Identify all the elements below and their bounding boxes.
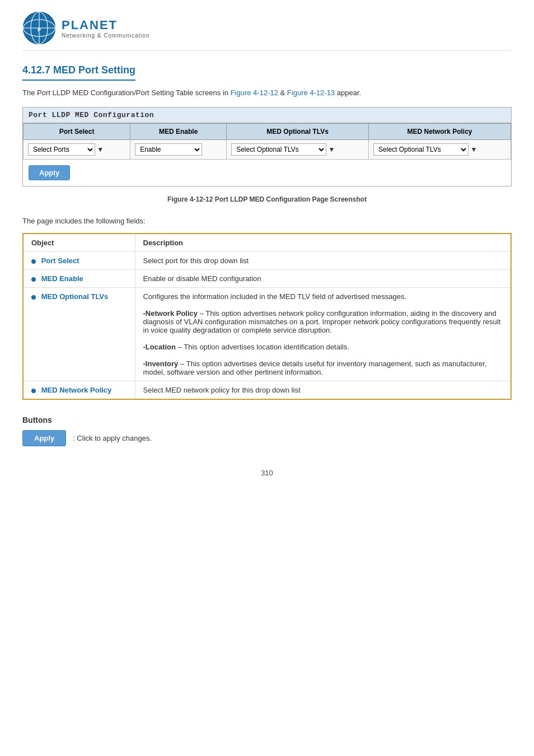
object-med-network-policy: MED Network Policy — [23, 381, 135, 400]
buttons-section: Buttons Apply : Click to apply changes. — [22, 416, 512, 446]
col-port-select: Port Select — [24, 124, 130, 140]
table-row: MED Enable Enable or disable MED configu… — [23, 270, 511, 288]
desc-med-enable: Enable or disable MED configuration — [135, 270, 511, 288]
med-optional-tlvs-cell: Select Optional TLVs ▼ — [227, 140, 369, 160]
page-number: 310 — [22, 469, 512, 477]
desc-med-network-policy: Select MED network policy for this drop … — [135, 381, 511, 400]
desc-col-description: Description — [135, 234, 511, 252]
buttons-row: Apply : Click to apply changes. — [22, 430, 512, 446]
med-enable-dropdown[interactable]: Enable Disable — [135, 143, 202, 156]
med-network-policy-cell: Select Optional TLVs ▼ — [369, 140, 511, 160]
table-row: MED Optional TLVs Configures the informa… — [23, 288, 511, 381]
col-med-enable: MED Enable — [130, 124, 227, 140]
config-table: Port Select MED Enable MED Optional TLVs… — [23, 123, 511, 160]
config-panel-header: Port LLDP MED Configuration — [23, 108, 511, 123]
buttons-title: Buttons — [22, 416, 512, 424]
table-row: MED Network Policy Select MED network po… — [23, 381, 511, 400]
page-header: P PLANET Networking & Communication — [22, 11, 512, 51]
med-network-policy-dropdown[interactable]: Select Optional TLVs — [373, 143, 469, 156]
intro-paragraph: The Port LLDP MED Configuration/Port Set… — [22, 88, 512, 97]
config-apply-row: Apply — [23, 160, 511, 186]
logo-box: P PLANET Networking & Communication — [22, 11, 150, 45]
port-select-dropdown[interactable]: Select Ports — [28, 143, 95, 156]
figure-caption: Figure 4-12-12 Port LLDP MED Configurati… — [22, 195, 512, 203]
col-med-network-policy: MED Network Policy — [369, 124, 511, 140]
desc-port-select: Select port for this drop down list — [135, 252, 511, 270]
svg-text:P: P — [38, 27, 41, 32]
bullet-icon — [31, 277, 36, 282]
apply-button-description: : Click to apply changes. — [73, 434, 152, 442]
desc-col-object: Object — [23, 234, 135, 252]
logo-name: PLANET — [62, 18, 150, 32]
logo-subtitle: Networking & Communication — [62, 32, 150, 39]
logo-text-block: PLANET Networking & Communication — [62, 18, 150, 39]
table-row: Port Select Select port for this drop do… — [23, 252, 511, 270]
bullet-icon — [31, 389, 36, 393]
figure-link-1[interactable]: Figure 4-12-12 — [231, 88, 278, 97]
description-table: Object Description Port Select Select po… — [22, 233, 512, 400]
bullet-icon — [31, 295, 36, 300]
config-row: Select Ports ▼ Enable Disable Select Opt… — [24, 140, 511, 160]
page-title: 4.12.7 MED Port Setting — [22, 64, 135, 81]
figure-link-2[interactable]: Figure 4-12-13 — [287, 88, 335, 97]
object-port-select: Port Select — [23, 252, 135, 270]
config-panel: Port LLDP MED Configuration Port Select … — [22, 107, 512, 186]
apply-button-large[interactable]: Apply — [22, 430, 66, 446]
object-med-enable: MED Enable — [23, 270, 135, 288]
object-med-optional-tlvs: MED Optional TLVs — [23, 288, 135, 381]
port-select-cell: Select Ports ▼ — [24, 140, 130, 160]
med-optional-tlvs-dropdown[interactable]: Select Optional TLVs — [231, 143, 326, 156]
planet-logo-icon: P — [22, 11, 56, 45]
col-med-optional-tlvs: MED Optional TLVs — [227, 124, 369, 140]
fields-intro: The page includes the following fields: — [22, 217, 512, 225]
config-apply-button[interactable]: Apply — [29, 165, 70, 180]
bullet-icon — [31, 259, 36, 264]
med-enable-cell: Enable Disable — [130, 140, 227, 160]
desc-med-optional-tlvs: Configures the information included in t… — [135, 288, 511, 381]
